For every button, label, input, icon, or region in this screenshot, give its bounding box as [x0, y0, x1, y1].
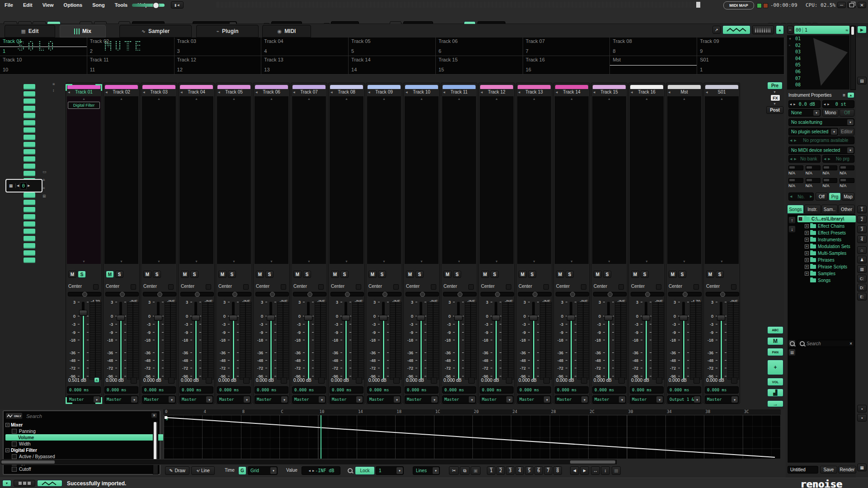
track-delay-field[interactable]: 0.000 ms: [630, 386, 664, 394]
shift-left-button[interactable]: ◀: [570, 466, 579, 475]
user-folder-icon[interactable]: ♟: [857, 256, 867, 263]
post-gain-checkbox[interactable]: [168, 377, 175, 384]
pan-thumb[interactable]: [232, 292, 237, 297]
browser-view-button[interactable]: ▦: [788, 349, 796, 356]
tab-midi[interactable]: ◉MIDI: [262, 25, 311, 38]
sequence-slot[interactable]: [24, 127, 35, 133]
mute-button[interactable]: M: [331, 271, 339, 278]
misc-button-1[interactable]: ▪: [857, 405, 867, 413]
sequence-slot[interactable]: [24, 214, 35, 220]
sequence-loop-icon[interactable]: ▦: [6, 183, 16, 188]
instrument-selected-row[interactable]: 00 1 ≈: [794, 26, 849, 34]
pan-thumb[interactable]: [420, 292, 425, 297]
scope-track-05[interactable]: Track 055: [349, 38, 436, 56]
flip-horizontal-button[interactable]: ↔: [591, 466, 600, 475]
scope-track-06[interactable]: Track 066: [436, 38, 523, 56]
mute-button[interactable]: M: [706, 271, 714, 278]
expand-box-icon[interactable]: +: [805, 231, 809, 235]
output-routing-select[interactable]: Master▼: [555, 395, 589, 404]
tab-edit[interactable]: ▦Edit: [5, 25, 55, 38]
track-dsp-lane[interactable]: ▲▼: [555, 96, 589, 264]
mute-button[interactable]: M: [106, 271, 114, 278]
pan-thumb[interactable]: [533, 292, 538, 297]
seq-pos-up[interactable]: ▶: [28, 184, 30, 188]
preset-slot[interactable]: 3: [857, 225, 867, 233]
pan-thumb[interactable]: [495, 292, 500, 297]
output-routing-select[interactable]: Master▼: [405, 395, 439, 404]
post-gain-checkbox[interactable]: [506, 377, 512, 384]
lane-scroll-down-icon[interactable]: ▼: [480, 260, 514, 263]
sequence-slot[interactable]: [24, 106, 35, 111]
mixer-strip-track-13[interactable]: ◀Track 13▲▼MSCenter-INF30-3-9-18-36-48-7…: [516, 83, 552, 404]
pattern-blocks-button[interactable]: [14, 480, 35, 487]
sequence-slot[interactable]: [24, 84, 35, 89]
solo-button[interactable]: S: [603, 271, 611, 278]
menu-edit[interactable]: Edit: [23, 2, 33, 8]
output-routing-select[interactable]: Master▼: [179, 395, 213, 404]
pan-thumb[interactable]: [570, 292, 575, 297]
solo-button[interactable]: S: [378, 271, 386, 278]
sequence-slot[interactable]: [24, 156, 35, 162]
disk-tab-other[interactable]: Other: [838, 205, 855, 214]
scope-track-02[interactable]: Track 022MUTE: [87, 38, 175, 56]
macro-slider[interactable]: [840, 165, 854, 170]
track-delay-field[interactable]: 0.000 ms: [104, 386, 138, 394]
track-delay-field[interactable]: 0.000 ms: [555, 386, 589, 394]
pan-checkbox[interactable]: [656, 284, 661, 290]
lane-scroll-up-icon[interactable]: ▲: [104, 97, 138, 100]
slider-thumb[interactable]: [153, 2, 159, 9]
instrument-slot-08[interactable]: 08: [795, 82, 801, 87]
macro-slider-thumb[interactable]: [824, 166, 829, 169]
tab-plugin[interactable]: ⌁Plugin: [196, 25, 259, 38]
pan-checkbox[interactable]: [356, 284, 361, 290]
routing-view-toggle-button[interactable]: →: [767, 400, 783, 407]
param-checkbox[interactable]: [12, 454, 17, 459]
library-icon[interactable]: ▥: [857, 265, 867, 273]
mute-button[interactable]: M: [143, 271, 151, 278]
step-button-2[interactable]: 2: [496, 466, 505, 475]
pan-thumb[interactable]: [195, 292, 200, 297]
seq-tool-plus-icon[interactable]: +: [42, 178, 45, 183]
preset-slot[interactable]: 2: [857, 216, 867, 223]
instrument-slot-02[interactable]: 02: [795, 43, 801, 48]
scope-track-16[interactable]: Track 1616: [523, 56, 610, 75]
pan-checkbox[interactable]: [168, 284, 174, 290]
track-delay-field[interactable]: 0.000 ms: [517, 386, 551, 394]
pan-checkbox[interactable]: [468, 284, 474, 290]
post-gain-checkbox[interactable]: [131, 377, 137, 384]
macro-slider-thumb[interactable]: [840, 179, 846, 181]
mixer-strip-track-10[interactable]: ◀Track 10▲▼MSCenter-INF30-3-9-18-36-48-7…: [403, 83, 440, 404]
output-routing-select[interactable]: Master▼: [705, 395, 739, 404]
macro-slider[interactable]: [840, 178, 854, 183]
track-dsp-lane[interactable]: ▲▼: [630, 96, 664, 264]
pre-mixer-button[interactable]: Pre: [767, 82, 783, 89]
macro-slider-thumb[interactable]: [807, 179, 812, 181]
fx-chain-button[interactable]: FX: [770, 94, 780, 101]
lane-scroll-down-icon[interactable]: ▼: [142, 260, 176, 263]
routing-dropdown-arrow[interactable]: ▼: [581, 396, 588, 403]
sequence-slot[interactable]: [24, 99, 35, 104]
sequence-slot[interactable]: [24, 164, 35, 169]
mute-button[interactable]: M: [293, 271, 302, 278]
lane-scroll-up-icon[interactable]: ▲: [367, 97, 401, 100]
pan-checkbox[interactable]: [93, 284, 99, 290]
drive-e-button[interactable]: E:: [857, 293, 867, 300]
track-delay-field[interactable]: 0.000 ms: [292, 386, 326, 394]
step-button-6[interactable]: 6: [534, 466, 543, 475]
lane-scroll-down-icon[interactable]: ▼: [442, 260, 476, 263]
lane-scroll-down-icon[interactable]: ▼: [592, 260, 626, 263]
step-button-3[interactable]: 3: [506, 466, 514, 475]
pan-thumb[interactable]: [270, 292, 275, 297]
expand-box-icon[interactable]: +: [805, 272, 809, 276]
status-dropdown-button[interactable]: ▼: [2, 480, 11, 487]
volume-view-toggle-button[interactable]: VOL: [767, 378, 783, 386]
expand-panel-button[interactable]: ▶: [857, 26, 867, 33]
macro-slider-thumb[interactable]: [807, 166, 812, 169]
cut-button[interactable]: ✂: [449, 466, 459, 475]
mute-button[interactable]: M: [368, 271, 377, 278]
line-tool-button[interactable]: +∕Line: [191, 466, 215, 475]
track-delay-field[interactable]: 0.000 ms: [367, 386, 401, 394]
automation-list-scrollbar[interactable]: [153, 421, 158, 474]
misc-button-3[interactable]: ▦: [857, 464, 867, 471]
pan-slider[interactable]: [706, 292, 739, 296]
